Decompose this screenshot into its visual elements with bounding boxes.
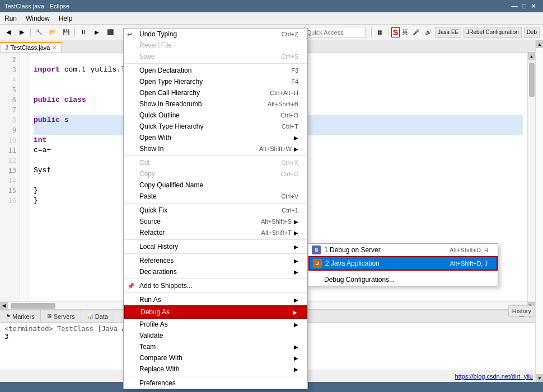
- ctx-undo[interactable]: ↩ Undo Typing Ctrl+Z: [124, 29, 307, 40]
- debug-config-label: Debug Configurations...: [324, 276, 395, 284]
- ctx-cut[interactable]: Cut Ctrl+X: [124, 157, 307, 168]
- ctx-references[interactable]: References ▶: [124, 255, 307, 266]
- ctx-quick-type-hier[interactable]: Quick Type Hierarchy Ctrl+T: [124, 121, 307, 132]
- ctx-source[interactable]: Source Alt+Shift+S ▶: [124, 216, 307, 227]
- ctx-validate[interactable]: Validate: [124, 330, 307, 341]
- perspective-javaeee-btn[interactable]: Java EE: [435, 27, 461, 38]
- toolbar-btn1[interactable]: 🔧: [33, 26, 45, 39]
- deb-label: Deb: [527, 29, 537, 35]
- preferences-label: Preferences: [139, 379, 176, 387]
- breakpoint-gutter: [20, 53, 29, 309]
- quick-type-hier-label: Quick Type Hierarchy: [139, 122, 204, 130]
- back-button[interactable]: ◀: [2, 26, 15, 39]
- ctx-profile-as[interactable]: Profile As ▶: [124, 319, 307, 330]
- ctx-save[interactable]: Save Ctrl+S: [124, 51, 307, 62]
- toolbar-btn2[interactable]: 📂: [46, 26, 59, 39]
- forward-button[interactable]: ▶: [16, 26, 28, 39]
- submenu-java-app[interactable]: J 2 Java Application Alt+Shift+D, J: [308, 256, 498, 271]
- console-tab-data[interactable]: 📊 Data: [81, 310, 114, 322]
- open-type-hier-shortcut: F4: [291, 78, 298, 85]
- ctx-compare-with[interactable]: Compare With ▶: [124, 352, 307, 363]
- ctx-open-call-hier[interactable]: Open Call Hierarchy Ctrl+Alt+H: [124, 87, 307, 98]
- right-panel-bot-btn[interactable]: ▼: [536, 374, 543, 382]
- ctx-preferences[interactable]: Preferences: [124, 377, 307, 389]
- cut-label: Cut: [139, 159, 150, 167]
- open-decl-shortcut: F3: [291, 67, 298, 74]
- open-with-label: Open With: [139, 134, 171, 141]
- submenu-debug-server[interactable]: 🖥 1 Debug on Server Alt+Shift+D, R: [308, 244, 498, 256]
- history-tab[interactable]: History: [508, 305, 535, 317]
- ctx-open-with[interactable]: Open With ▶: [124, 132, 307, 143]
- maximize-button[interactable]: □: [520, 2, 528, 10]
- show-breadcrumb-label: Show in Breadcrumb: [139, 100, 202, 108]
- submenu-sep1: [308, 272, 498, 272]
- ctx-debug-as[interactable]: Debug As ▶: [124, 305, 307, 319]
- show-in-label: Show In: [139, 145, 163, 153]
- line-numbers-gutter: 2 3 4 5 6 7 8 9 10 11 12 13 14 15 16: [0, 53, 20, 309]
- perspective-deb-btn[interactable]: Deb: [524, 27, 540, 38]
- ctx-sep6: [124, 278, 307, 279]
- menu-item-run[interactable]: Run: [0, 13, 21, 23]
- ctx-copy-qual[interactable]: Copy Qualified Name: [124, 180, 307, 191]
- ctx-add-snippets[interactable]: 📌 Add to Snippets...: [124, 280, 307, 291]
- refactor-label: Refactor: [139, 229, 165, 237]
- toolbar-btn5[interactable]: ▶: [91, 26, 103, 39]
- profile-as-label: Profile As: [139, 320, 168, 328]
- ctx-open-decl[interactable]: Open Declaration F3: [124, 65, 307, 76]
- submenu-debug-config[interactable]: Debug Configurations...: [308, 273, 498, 286]
- snippets-icon: 📌: [127, 282, 135, 290]
- quick-access-container: [304, 27, 366, 38]
- profile-as-arrow: ▶: [294, 322, 298, 328]
- quick-access-input[interactable]: [307, 29, 363, 36]
- ctx-run-as[interactable]: Run As ▶: [124, 294, 307, 305]
- compare-with-arrow: ▶: [294, 355, 298, 361]
- ctx-show-in[interactable]: Show In Alt+Shift+W ▶: [124, 143, 307, 154]
- toolbar-lang-btn2[interactable]: 🔊: [423, 27, 434, 38]
- team-label: Team: [139, 343, 156, 351]
- toolbar-btn3[interactable]: 💾: [60, 26, 72, 39]
- ctx-paste[interactable]: Paste Ctrl+V: [124, 191, 307, 202]
- title-text: TestClass.java - Eclipse: [4, 3, 509, 10]
- menu-item-window[interactable]: Window: [21, 13, 54, 23]
- title-bar: TestClass.java - Eclipse — □ ✕: [0, 0, 543, 12]
- scroll-up-btn[interactable]: ▲: [528, 53, 536, 60]
- hscroll-thumb[interactable]: [11, 303, 55, 309]
- ctx-replace-with[interactable]: Replace With ▶: [124, 363, 307, 375]
- ctx-quick-outline[interactable]: Quick Outline Ctrl+O: [124, 110, 307, 121]
- url-link[interactable]: https://blog.csdn.net/dirt_yiiu: [455, 373, 533, 380]
- references-label: References: [139, 257, 174, 265]
- ctx-revert[interactable]: Revert File: [124, 40, 307, 51]
- editor-tab-testclass[interactable]: J TestClass.java ✕: [0, 42, 62, 52]
- ctx-team[interactable]: Team ▶: [124, 341, 307, 352]
- ctx-declarations[interactable]: Declarations ▶: [124, 266, 307, 277]
- ctx-open-type-hier[interactable]: Open Type Hierarchy F4: [124, 76, 307, 87]
- console-tab-servers[interactable]: 🖥 Servers: [41, 310, 81, 322]
- ctx-show-breadcrumb[interactable]: Show in Breadcrumb Alt+Shift+B: [124, 98, 307, 110]
- ctx-sep2: [124, 155, 307, 156]
- perspective-jrebel-btn[interactable]: JRebel Configuration: [464, 27, 521, 38]
- ctx-quick-fix[interactable]: Quick Fix Ctrl+1: [124, 205, 307, 216]
- toolbar-btn6[interactable]: ⬛: [104, 26, 116, 39]
- servers-icon: 🖥: [46, 313, 52, 319]
- paste-shortcut: Ctrl+V: [281, 193, 298, 200]
- menu-item-help[interactable]: Help: [54, 13, 77, 23]
- markers-icon: ⚑: [6, 313, 11, 319]
- cut-shortcut: Ctrl+X: [281, 159, 298, 166]
- ctx-copy[interactable]: Copy Ctrl+C: [124, 168, 307, 180]
- minimize-button[interactable]: —: [509, 2, 520, 10]
- ctx-local-history[interactable]: Local History ▶: [124, 241, 307, 252]
- perspective-grid-btn[interactable]: ▦: [374, 26, 386, 39]
- hscroll-left[interactable]: ◀: [0, 302, 8, 310]
- ctx-refactor[interactable]: Refactor Alt+Shift+T ▶: [124, 227, 307, 238]
- console-tab-markers[interactable]: ⚑ Markers: [0, 310, 41, 322]
- scroll-thumb[interactable]: [529, 63, 535, 97]
- close-button[interactable]: ✕: [528, 2, 539, 10]
- toolbar-btn4[interactable]: ⏸: [77, 26, 90, 39]
- copy-label: Copy: [139, 170, 155, 178]
- scroll-track[interactable]: [528, 60, 536, 301]
- toolbar-lang-btn1[interactable]: 🎤: [410, 27, 422, 38]
- right-panel-top-btn[interactable]: ▲: [536, 40, 543, 48]
- editor-scrollbar[interactable]: ▲ ▼: [527, 53, 535, 309]
- tab-close-icon[interactable]: ✕: [52, 45, 57, 51]
- compare-with-label: Compare With: [139, 354, 182, 362]
